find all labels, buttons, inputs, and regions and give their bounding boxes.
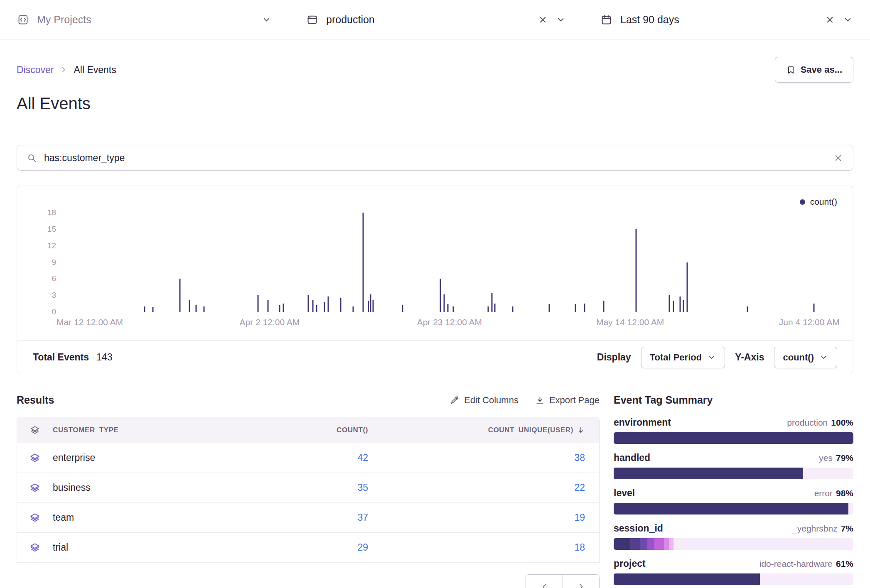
edit-columns-button[interactable]: Edit Columns	[450, 395, 519, 406]
count-link[interactable]: 42	[357, 452, 368, 463]
chart-bar	[152, 307, 154, 312]
chart-bar	[494, 304, 496, 312]
customer-type-cell: trial	[53, 542, 233, 553]
chevron-down-icon[interactable]	[556, 15, 565, 24]
chevron-down-icon[interactable]	[843, 15, 853, 24]
chevron-right-icon	[59, 66, 68, 74]
save-as-button[interactable]: Save as...	[775, 57, 853, 83]
tag-percentage: 7%	[841, 524, 853, 533]
tag-name: project	[614, 558, 646, 569]
chart-x-axis: Mar 12 12:00 AMApr 2 12:00 AMApr 23 12:0…	[63, 317, 835, 329]
export-page-button[interactable]: Export Page	[535, 395, 600, 406]
chart-bar	[813, 304, 814, 312]
tag-bar-segment	[640, 538, 647, 550]
tag-top-value: error	[814, 488, 833, 498]
save-as-label: Save as...	[801, 64, 842, 75]
tag-bar-segment	[614, 503, 848, 514]
date-range-selector[interactable]: Last 90 days	[583, 0, 870, 39]
breadcrumb: Discover All Events	[17, 64, 116, 76]
tag-percentage: 79%	[836, 453, 853, 463]
chart-plot[interactable]: 0369121518	[63, 213, 835, 312]
page-title: All Events	[0, 83, 870, 113]
column-header-customer-type[interactable]: CUSTOMER_TYPE	[53, 426, 233, 434]
tag-name: environment	[614, 417, 671, 428]
search-input[interactable]	[44, 152, 826, 164]
chart-bar	[669, 295, 670, 312]
tag-summary-item: project ido-react-hardware61%	[614, 558, 853, 585]
column-header-count-unique[interactable]: COUNT_UNIQUE(USER)	[383, 426, 599, 434]
clear-date-range-icon[interactable]	[825, 15, 835, 24]
tag-top-value: _yeghrsbnz	[792, 524, 838, 533]
chart-bar	[362, 213, 364, 312]
layers-icon	[30, 425, 40, 435]
sort-descending-icon	[577, 426, 585, 434]
column-header-count[interactable]: COUNT()	[233, 426, 383, 434]
project-selector-label: My Projects	[37, 14, 91, 26]
results-section: Results Edit Columns Export Page	[17, 394, 600, 588]
yaxis-value: count()	[783, 352, 814, 363]
tag-name: level	[614, 488, 635, 499]
customer-type-cell: enterprise	[53, 452, 233, 463]
tag-bar[interactable]	[614, 468, 853, 479]
table-row[interactable]: business 35 22	[17, 473, 599, 503]
count-unique-link[interactable]: 22	[574, 482, 585, 493]
table-row[interactable]: team 37 19	[17, 503, 599, 533]
count-unique-link[interactable]: 38	[574, 452, 585, 463]
tag-bar-segment	[614, 432, 853, 444]
count-link[interactable]: 37	[357, 512, 368, 523]
chart-bar	[440, 279, 441, 312]
tag-top-value: production	[787, 418, 828, 427]
y-tick-label: 15	[47, 225, 56, 234]
project-selector[interactable]: My Projects	[0, 0, 289, 39]
yaxis-dropdown[interactable]: count()	[774, 347, 837, 368]
table-row[interactable]: enterprise 42 38	[17, 443, 599, 473]
chevron-down-icon	[819, 353, 828, 362]
results-table-header: CUSTOMER_TYPE COUNT() COUNT_UNIQUE(USER)	[17, 417, 599, 443]
x-tick-label: May 14 12:00 AM	[596, 317, 664, 327]
table-row[interactable]: trial 29 18	[17, 533, 599, 563]
pagination-next-button[interactable]	[563, 575, 599, 588]
chart-bar	[603, 301, 605, 312]
breadcrumb-discover-link[interactable]: Discover	[17, 64, 54, 76]
tag-bar-segment	[654, 538, 664, 550]
tag-summary-item: level error98%	[614, 488, 853, 514]
tag-bar-segment	[614, 468, 803, 479]
tag-bar[interactable]	[614, 573, 853, 585]
tag-summary-item: session_id _yeghrsbnz7%	[614, 523, 853, 550]
pagination-prev-button[interactable]	[526, 575, 563, 588]
y-tick-label: 9	[52, 258, 56, 267]
environment-selector[interactable]: production	[289, 0, 583, 39]
chevron-right-icon	[577, 582, 586, 588]
tag-bar[interactable]	[614, 432, 853, 444]
total-events-value: 143	[96, 352, 112, 363]
customer-type-cell: business	[53, 482, 233, 493]
pagination	[17, 574, 600, 588]
chevron-left-icon	[540, 582, 549, 588]
edit-columns-label: Edit Columns	[464, 395, 519, 406]
chart-bar	[402, 305, 403, 312]
clear-search-icon[interactable]	[833, 153, 843, 163]
tag-bar[interactable]	[614, 538, 853, 550]
tag-summary-item: handled yes79%	[614, 452, 853, 479]
clear-environment-icon[interactable]	[538, 15, 548, 24]
chart-bar	[328, 296, 329, 312]
display-dropdown[interactable]: Total Period	[641, 347, 725, 368]
tag-bar[interactable]	[614, 503, 853, 514]
chart-bar	[673, 301, 674, 312]
tag-top-value: yes	[819, 453, 833, 463]
count-unique-link[interactable]: 18	[574, 542, 585, 553]
search-bar	[17, 145, 853, 171]
chart-bar	[307, 295, 309, 312]
chart-bar	[636, 229, 637, 312]
count-unique-link[interactable]: 19	[574, 512, 585, 523]
breadcrumb-row: Discover All Events Save as...	[0, 39, 870, 83]
chart-legend[interactable]: count()	[800, 197, 837, 207]
chevron-down-icon[interactable]	[262, 15, 271, 24]
display-value: Total Period	[650, 352, 702, 363]
y-tick-label: 0	[52, 307, 56, 316]
chart-bar	[447, 304, 449, 312]
count-link[interactable]: 35	[357, 482, 368, 493]
chart-bar	[368, 301, 369, 312]
count-link[interactable]: 29	[357, 542, 368, 553]
chart-bar	[316, 305, 317, 312]
